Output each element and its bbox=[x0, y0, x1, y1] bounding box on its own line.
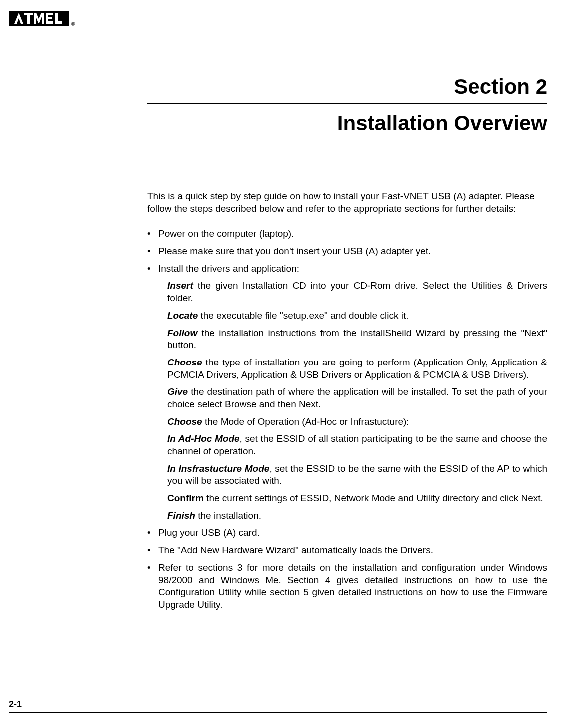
section-label: Section 2 bbox=[147, 75, 547, 99]
svg-text:®: ® bbox=[71, 21, 75, 27]
sub-text: the destination path of where the applic… bbox=[167, 386, 547, 409]
list-item: Plug your USB (A) card. bbox=[147, 527, 547, 539]
keyword: Finish bbox=[167, 510, 195, 521]
keyword: Give bbox=[167, 386, 188, 397]
sub-item: Confirm the current settings of ESSID, N… bbox=[167, 492, 547, 505]
footer-divider bbox=[9, 712, 547, 713]
instruction-list: Power on the computer (laptop). Please m… bbox=[147, 228, 547, 611]
keyword: Insert bbox=[167, 280, 193, 291]
page-content: Section 2 Installation Overview This is … bbox=[147, 75, 547, 616]
sub-item: Follow the installation instructions fro… bbox=[167, 327, 547, 352]
section-title: Installation Overview bbox=[147, 111, 547, 135]
sub-item: Give the destination path of where the a… bbox=[167, 386, 547, 410]
sub-item: Insert the given Installation CD into yo… bbox=[167, 280, 547, 304]
sub-item: Finish the installation. bbox=[167, 510, 547, 522]
sub-text: the given Installation CD into your CD-R… bbox=[167, 280, 547, 303]
keyword: Follow bbox=[167, 328, 197, 338]
keyword: In Ad-Hoc Mode bbox=[167, 433, 240, 444]
sub-item: In Ad-Hoc Mode, set the ESSID of all sta… bbox=[167, 433, 547, 457]
atmel-logo: ® bbox=[9, 9, 79, 30]
page-number: 2-1 bbox=[9, 699, 547, 710]
list-item: Power on the computer (laptop). bbox=[147, 228, 547, 240]
sub-text: the type of installation you are going t… bbox=[167, 357, 547, 380]
sub-text: the current settings of ESSID, Network M… bbox=[204, 493, 543, 503]
keyword: In Insfrastucture Mode bbox=[167, 463, 269, 474]
keyword: Choose bbox=[167, 416, 202, 427]
sub-item: Choose the type of installation you are … bbox=[167, 357, 547, 381]
keyword: Confirm bbox=[167, 493, 204, 503]
sub-instructions: Insert the given Installation CD into yo… bbox=[158, 280, 547, 522]
sub-item: In Insfrastucture Mode, set the ESSID to… bbox=[167, 463, 547, 487]
sub-item: Locate the executable file "setup.exe" a… bbox=[167, 310, 547, 322]
sub-text: the executable file "setup.exe" and doub… bbox=[198, 310, 408, 321]
list-item: Refer to sections 3 for more details on … bbox=[147, 562, 547, 611]
list-item: Install the drivers and application: Ins… bbox=[147, 263, 547, 522]
svg-rect-8 bbox=[46, 13, 48, 24]
section-divider bbox=[147, 103, 547, 104]
list-item-text: Install the drivers and application: bbox=[158, 263, 299, 274]
list-item: Please make sure that you don't insert y… bbox=[147, 245, 547, 258]
svg-rect-3 bbox=[27, 13, 30, 24]
sub-text: the installation. bbox=[195, 510, 261, 521]
intro-paragraph: This is a quick step by step guide on ho… bbox=[147, 190, 547, 215]
sub-text: the installation instructions from the i… bbox=[167, 328, 547, 351]
page-footer: 2-1 bbox=[9, 699, 547, 713]
keyword: Locate bbox=[167, 310, 198, 321]
svg-rect-10 bbox=[55, 21, 62, 24]
keyword: Choose bbox=[167, 357, 202, 367]
sub-text: the Mode of Operation (Ad-Hoc or Infrast… bbox=[202, 416, 409, 427]
sub-item: Choose the Mode of Operation (Ad-Hoc or … bbox=[167, 416, 547, 428]
list-item: The "Add New Hardware Wizard" automatica… bbox=[147, 544, 547, 557]
